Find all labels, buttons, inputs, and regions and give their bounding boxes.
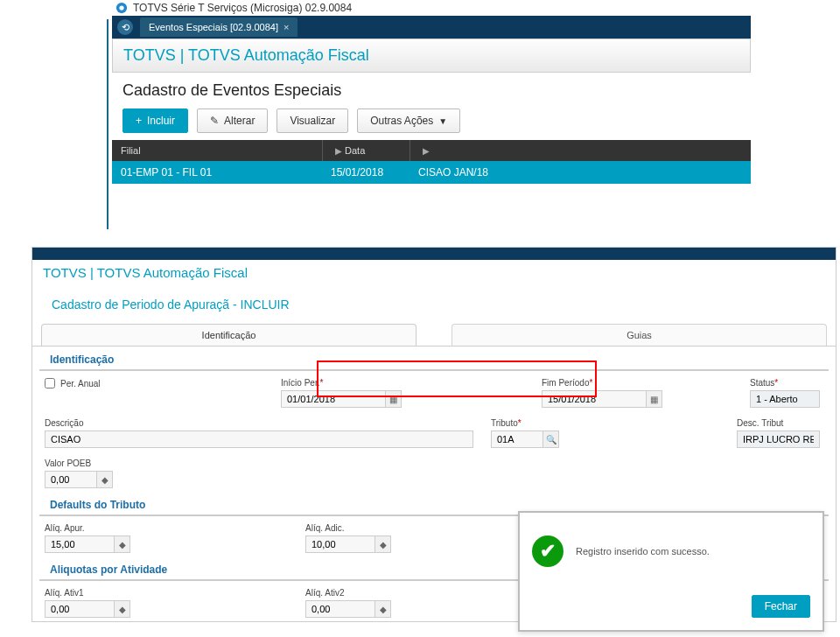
visualizar-label: Visualizar <box>290 115 335 127</box>
inicio-per-input[interactable] <box>281 390 386 408</box>
calendar-icon[interactable]: ▦ <box>647 390 662 408</box>
stepper-icon[interactable]: ◆ <box>97 471 113 488</box>
os-title-bar: TOTVS Série T Serviços (Microsiga) 02.9.… <box>112 0 751 16</box>
aliq-adic-input[interactable] <box>305 536 375 553</box>
cell-filial: 01-EMP 01 - FIL 01 <box>112 161 322 184</box>
status-input[interactable] <box>750 390 820 408</box>
aliq-adic-label: Alíq. Adic. <box>305 523 391 533</box>
per-anual-checkbox[interactable]: Per. Anual <box>45 378 263 388</box>
descricao-label: Descrição <box>45 418 473 428</box>
valor-poeb-input[interactable] <box>45 471 97 488</box>
tributo-input[interactable] <box>491 430 543 448</box>
tab-label: Eventos Especiais [02.9.0084] <box>149 22 278 32</box>
tab-strip: ⟲ Eventos Especiais [02.9.0084] × <box>112 16 751 38</box>
breadcrumb-2: TOTVS | TOTVS Automação Fiscal <box>32 260 836 285</box>
aliq-apur-input[interactable] <box>45 536 115 553</box>
plus-icon: + <box>136 115 142 127</box>
fechar-button[interactable]: Fechar <box>752 595 810 618</box>
valor-poeb-label: Valor POEB <box>45 458 113 468</box>
pencil-icon: ✎ <box>210 115 219 127</box>
aliq-ativ1-label: Alíq. Ativ1 <box>45 588 130 598</box>
inicio-per-label: Início Per.* <box>281 378 402 388</box>
breadcrumb: TOTVS | TOTVS Automação Fiscal <box>123 46 369 64</box>
back-button[interactable]: ⟲ <box>117 19 133 35</box>
chevron-down-icon: ▼ <box>438 116 447 126</box>
tab-eventos-especiais[interactable]: Eventos Especiais [02.9.0084] × <box>140 18 298 37</box>
fim-periodo-input[interactable] <box>542 390 647 408</box>
app-icon <box>116 2 128 14</box>
stepper-icon[interactable]: ◆ <box>375 536 391 553</box>
per-anual-label: Per. Anual <box>60 379 101 388</box>
window-header-dark <box>32 248 836 260</box>
aliq-ativ2-input[interactable] <box>305 600 375 618</box>
desc-tribut-input <box>737 430 820 448</box>
cell-data: 15/01/2018 <box>322 161 410 184</box>
stepper-icon[interactable]: ◆ <box>115 536 130 553</box>
aliq-ativ2-label: Alíq. Ativ2 <box>305 588 391 598</box>
incluir-button[interactable]: + Incluir <box>122 108 188 133</box>
desc-tribut-label: Desc. Tribut <box>737 418 820 428</box>
sort-icon: ▶ <box>423 146 430 156</box>
window-eventos-especiais: TOTVS Série T Serviços (Microsiga) 02.9.… <box>112 0 751 184</box>
per-anual-input[interactable] <box>45 378 55 388</box>
outras-acoes-button[interactable]: Outras Ações ▼ <box>357 108 460 133</box>
svg-point-1 <box>119 5 123 10</box>
close-tab-icon[interactable]: × <box>284 22 289 32</box>
sort-icon: ▶ <box>335 146 342 156</box>
toolbar: + Incluir ✎ Alterar Visualizar Outras Aç… <box>112 103 751 140</box>
descricao-input[interactable] <box>45 430 473 448</box>
success-check-icon: ✔ <box>532 536 564 567</box>
col-blank[interactable]: ▶ <box>410 140 751 161</box>
dialog-message: Registro inserido com sucesso. <box>576 546 710 556</box>
subpage-title: Cadastro de Periodo de Apuraçã - INCLUIR <box>32 285 836 324</box>
incluir-label: Incluir <box>147 115 175 127</box>
aliq-apur-label: Alíq. Apur. <box>45 523 130 533</box>
alterar-button[interactable]: ✎ Alterar <box>197 108 268 133</box>
aliq-ativ1-input[interactable] <box>45 600 115 618</box>
tab-guias[interactable]: Guias <box>452 324 827 346</box>
visualizar-button[interactable]: Visualizar <box>276 108 348 133</box>
col-filial[interactable]: Filial <box>112 140 322 161</box>
alterar-label: Alterar <box>224 115 255 127</box>
search-icon[interactable]: 🔍 <box>543 430 559 448</box>
fechar-label: Fechar <box>765 600 797 612</box>
tributo-label: Tributo* <box>491 418 559 428</box>
outras-acoes-label: Outras Ações <box>370 115 433 127</box>
section-identificacao: Identificação <box>39 346 829 371</box>
success-dialog: ✔ Registro inserido com sucesso. Fechar <box>518 511 824 632</box>
status-label: Status* <box>750 378 820 388</box>
fim-periodo-label: Fim Período* <box>542 378 662 388</box>
cell-desc: CISAO JAN/18 <box>410 161 751 184</box>
calendar-icon[interactable]: ▦ <box>386 390 402 408</box>
stepper-icon[interactable]: ◆ <box>375 600 391 618</box>
window-title: TOTVS Série T Serviços (Microsiga) 02.9.… <box>133 2 352 14</box>
tab-identificacao[interactable]: Identificação <box>41 324 416 346</box>
form-tabs: Identificação Guias <box>32 324 836 346</box>
table-row[interactable]: 01-EMP 01 - FIL 01 15/01/2018 CISAO JAN/… <box>112 161 751 184</box>
col-data[interactable]: ▶ Data <box>322 140 410 161</box>
grid-header: Filial ▶ Data ▶ <box>112 140 751 161</box>
breadcrumb-bar: TOTVS | TOTVS Automação Fiscal <box>112 38 751 73</box>
stepper-icon[interactable]: ◆ <box>115 600 130 618</box>
page-title: Cadastro de Eventos Especiais <box>112 73 751 103</box>
